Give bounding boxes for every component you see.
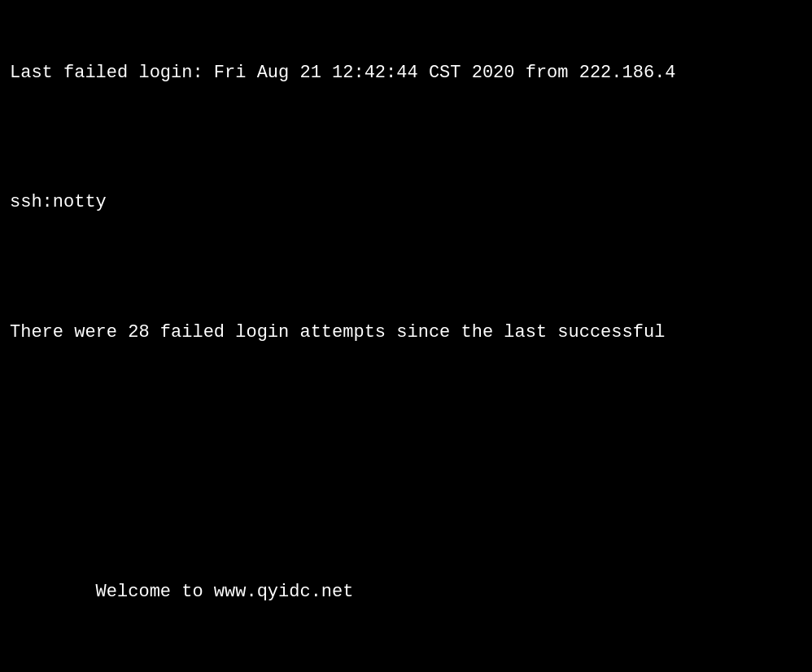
terminal-output: Last failed login: Fri Aug 21 12:42:44 C… — [10, 8, 802, 672]
line-5: Welcome to www.qyidc.net — [10, 579, 802, 605]
line-2: ssh:notty — [10, 190, 802, 216]
line-4 — [10, 449, 802, 475]
line-1: Last failed login: Fri Aug 21 12:42:44 C… — [10, 60, 802, 86]
line-3: There were 28 failed login attempts sinc… — [10, 320, 802, 346]
